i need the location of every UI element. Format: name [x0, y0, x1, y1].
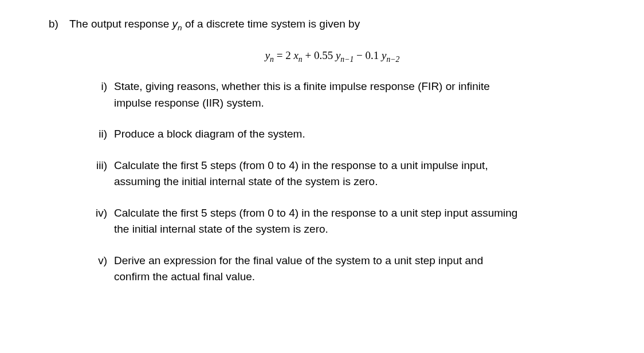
sub-text: Calculate the first 5 steps (from 0 to 4…: [114, 158, 595, 190]
intro-sub: n: [178, 23, 182, 32]
sub-question-ii: ii) Produce a block diagram of the syste…: [87, 126, 595, 143]
eq-t1-var: x: [293, 49, 298, 61]
question-intro: The output response yn of a discrete tim…: [69, 16, 595, 33]
eq-lhs-var: y: [265, 49, 270, 61]
sub-label: i): [87, 79, 107, 111]
question-body: The output response yn of a discrete tim…: [69, 16, 595, 300]
eq-lhs-sub: n: [270, 54, 274, 63]
equation: yn = 2 xn + 0.55 yn−1 − 0.1 yn−2: [69, 48, 595, 64]
intro-text-1: The output response: [69, 18, 172, 30]
sub-question-list: i) State, giving reasons, whether this i…: [87, 79, 595, 285]
sub-label: iii): [87, 158, 107, 190]
intro-var: y: [172, 18, 178, 30]
eq-t2-sub: n−1: [340, 54, 354, 63]
question-label: b): [49, 16, 62, 300]
eq-t2-op: +: [303, 49, 314, 61]
sub-text: Calculate the first 5 steps (from 0 to 4…: [114, 205, 595, 238]
sub-label: ii): [87, 126, 107, 143]
sub-text: State, giving reasons, whether this is a…: [114, 79, 595, 111]
sub-question-iv: iv) Calculate the first 5 steps (from 0 …: [87, 205, 595, 238]
eq-t3-sub: n−2: [386, 54, 399, 63]
eq-t1-sub: n: [299, 54, 303, 63]
eq-t1-coef: 2: [285, 49, 293, 61]
eq-t3-coef: 0.1: [365, 49, 382, 61]
eq-t3-op: −: [354, 49, 365, 61]
question-b: b) The output response yn of a discrete …: [49, 16, 595, 300]
sub-label: iv): [87, 205, 107, 238]
intro-text-2: of a discrete time system is given by: [182, 18, 360, 30]
sub-text: Produce a block diagram of the system.: [114, 126, 595, 143]
sub-label: v): [87, 253, 107, 285]
sub-question-i: i) State, giving reasons, whether this i…: [87, 79, 595, 111]
sub-question-v: v) Derive an expression for the final va…: [87, 253, 595, 285]
eq-equals: =: [274, 49, 285, 61]
eq-t2-coef: 0.55: [314, 49, 336, 61]
sub-text: Derive an expression for the final value…: [114, 253, 595, 285]
sub-question-iii: iii) Calculate the first 5 steps (from 0…: [87, 158, 595, 190]
